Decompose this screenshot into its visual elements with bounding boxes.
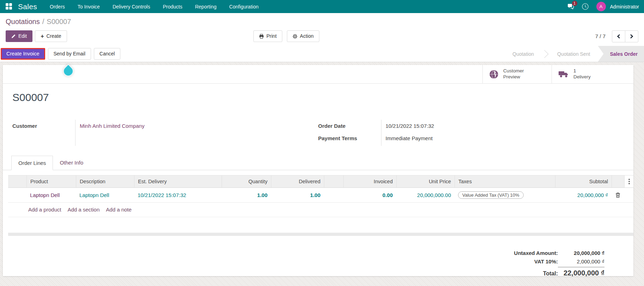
add-note-link[interactable]: Add a note <box>106 207 132 213</box>
invoiced-cell: 0.00 <box>343 188 396 202</box>
tax-pill: Value Added Tax (VAT) 10% <box>458 191 524 199</box>
stage-quotation[interactable]: Quotation <box>505 46 542 62</box>
table-row[interactable]: Laptopn Dell Laptopn Dell 10/21/2022 15:… <box>8 188 633 203</box>
row-handle-header <box>8 175 26 187</box>
col-est-delivery[interactable]: Est. Delivery <box>134 175 222 187</box>
stage-sales-order[interactable]: Sales Order <box>598 46 644 62</box>
table-header-row: Product Description Est. Delivery Quanti… <box>8 175 633 188</box>
right-field-group: Order Date Payment Terms 10/21/2022 15:0… <box>318 120 624 146</box>
pager-prev-button[interactable] <box>612 30 625 42</box>
create-button[interactable]: + Create <box>35 30 67 42</box>
order-lines-table: Product Description Est. Delivery Quanti… <box>8 175 633 217</box>
tab-other-info[interactable]: Other Info <box>53 156 90 170</box>
col-description[interactable]: Description <box>76 175 134 187</box>
create-invoice-button[interactable]: Create Invoice <box>1 48 45 60</box>
print-button[interactable]: Print <box>253 30 282 42</box>
menu-products[interactable]: Products <box>163 4 182 10</box>
print-action-buttons: Print Action <box>253 30 319 42</box>
menu-to-invoice[interactable]: To Invoice <box>78 4 100 10</box>
tab-order-lines[interactable]: Order Lines <box>11 156 53 170</box>
form-sheet: Customer Preview 1 Delivery S00007 Custo… <box>3 65 633 276</box>
form-content-area: Customer Preview 1 Delivery S00007 Custo… <box>0 62 644 286</box>
delivery-count: 1 <box>573 68 591 74</box>
breadcrumb-quotations-link[interactable]: Quotations <box>6 18 40 25</box>
pager-next-button[interactable] <box>625 30 638 42</box>
stage-separator-icon <box>542 46 549 62</box>
col-subtotal[interactable]: Subtotal <box>555 175 612 187</box>
col-unit-price[interactable]: Unit Price <box>396 175 455 187</box>
col-invoiced[interactable]: Invoiced <box>343 175 396 187</box>
app-name[interactable]: Sales <box>18 2 37 11</box>
delivered-cell: 1.00 <box>271 188 324 202</box>
stat-button-row: Customer Preview 1 Delivery <box>3 65 633 84</box>
user-avatar[interactable]: A <box>596 2 606 11</box>
add-product-link[interactable]: Add a product <box>28 207 61 213</box>
action-button[interactable]: Action <box>287 30 319 42</box>
row-handle <box>8 188 26 202</box>
truck-icon <box>558 70 569 78</box>
breadcrumb: Quotations/S00007 <box>0 13 644 29</box>
add-links-row: Add a product Add a section Add a note <box>8 203 633 217</box>
field-groups: Customer Minh Anh Limited Company Order … <box>12 120 624 146</box>
message-badge: 1 <box>572 1 577 6</box>
chevron-left-icon <box>616 34 621 39</box>
unit-price-cell: 20,000,000.00 <box>396 188 455 202</box>
customer-preview-button[interactable]: Customer Preview <box>482 65 552 83</box>
menu-delivery-controls[interactable]: Delivery Controls <box>113 4 150 10</box>
edit-button[interactable]: Edit <box>6 30 32 42</box>
left-field-group: Customer Minh Anh Limited Company <box>12 120 318 146</box>
record-title: S00007 <box>12 91 633 103</box>
send-by-email-button[interactable]: Send by Email <box>48 48 91 60</box>
stage-quotation-sent[interactable]: Quotation Sent <box>549 46 598 62</box>
row-end-cell <box>624 188 633 202</box>
record-buttons: Edit + Create <box>6 30 67 42</box>
menu-orders[interactable]: Orders <box>50 4 65 10</box>
workflow-buttons: Create Invoice Send by Email Cancel <box>0 46 120 62</box>
messages-icon[interactable]: 1 <box>567 3 574 11</box>
col-spacer <box>324 175 343 187</box>
breadcrumb-separator: / <box>42 18 44 25</box>
est-delivery-cell: 10/21/2022 15:07:32 <box>134 188 222 202</box>
taxes-cell: Value Added Tax (VAT) 10% <box>455 188 555 202</box>
total-label: Total: <box>543 270 558 277</box>
delivery-label: Delivery <box>573 74 591 80</box>
plus-icon: + <box>41 34 44 38</box>
vat-label: VAT 10%: <box>534 258 558 264</box>
top-navbar: Sales Orders To Invoice Delivery Control… <box>0 0 644 13</box>
quantity-cell: 1.00 <box>222 188 271 202</box>
untaxed-amount-label: Untaxed Amount: <box>514 250 558 256</box>
cancel-button[interactable]: Cancel <box>94 48 121 60</box>
apps-grid-icon[interactable] <box>6 3 12 10</box>
product-cell: Laptopn Dell <box>26 188 76 202</box>
add-section-link[interactable]: Add a section <box>67 207 100 213</box>
order-date-label: Order Date <box>318 120 381 132</box>
col-quantity[interactable]: Quantity <box>222 175 271 187</box>
totals-divider <box>558 267 604 267</box>
notebook-tabs: Order Lines Other Info <box>3 156 633 170</box>
customer-field-label: Customer <box>12 120 75 132</box>
pager-count[interactable]: 7 / 7 <box>595 33 606 39</box>
order-date-value: 10/21/2022 15:07:32 <box>386 120 624 132</box>
delivery-stat-button[interactable]: 1 Delivery <box>552 65 633 83</box>
customer-link[interactable]: Minh Anh Limited Company <box>80 123 144 129</box>
main-menu: Orders To Invoice Delivery Controls Prod… <box>50 4 259 10</box>
printer-icon <box>259 34 264 39</box>
menu-configuration[interactable]: Configuration <box>229 4 258 10</box>
control-panel: Edit + Create Print Action 7 / 7 <box>0 29 644 46</box>
total-value: 22,000,000 ₫ <box>561 269 604 277</box>
menu-reporting[interactable]: Reporting <box>195 4 217 10</box>
delete-line-icon[interactable] <box>612 188 624 202</box>
gear-icon <box>293 34 297 39</box>
activity-clock-icon[interactable] <box>582 3 589 11</box>
payment-terms-value: Immediate Payment <box>386 132 624 144</box>
payment-terms-label: Payment Terms <box>318 132 381 144</box>
untaxed-amount-value: 20,000,000 ₫ <box>561 250 604 256</box>
spacer-cell <box>324 188 343 202</box>
user-name[interactable]: Administrator <box>610 4 639 10</box>
col-taxes[interactable]: Taxes <box>455 175 555 187</box>
breadcrumb-current: S00007 <box>47 18 71 25</box>
col-product[interactable]: Product <box>26 175 76 187</box>
col-delivered[interactable]: Delivered <box>271 175 324 187</box>
optional-columns-icon[interactable] <box>624 175 633 187</box>
stage-steps: Quotation Quotation Sent Sales Order <box>505 46 644 62</box>
